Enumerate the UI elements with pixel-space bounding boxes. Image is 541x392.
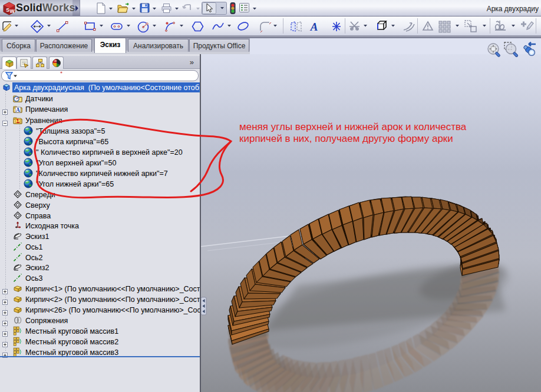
svg-text:Σ: Σ [16,118,19,124]
svg-text:A: A [16,107,20,113]
svg-text:A: A [310,21,318,33]
